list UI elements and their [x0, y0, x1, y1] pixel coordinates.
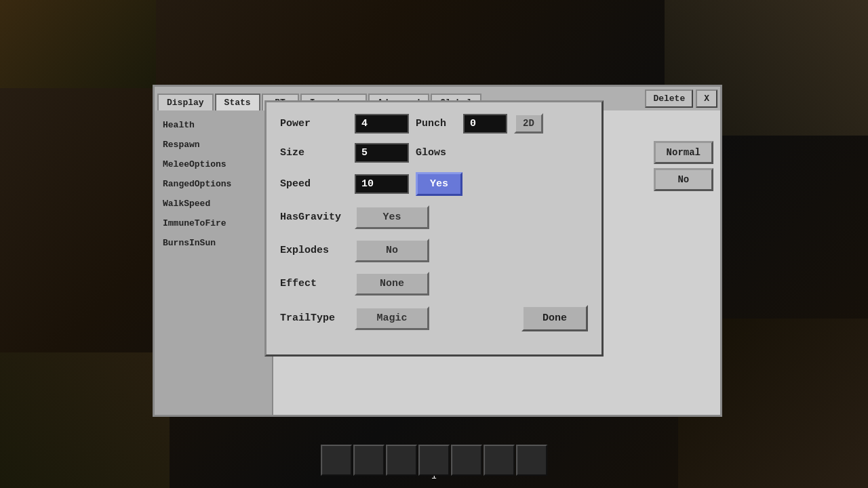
hotbar-slot-4[interactable]	[418, 445, 450, 476]
sidebar-item-respawn[interactable]: Respawn	[157, 136, 269, 154]
speed-input[interactable]	[355, 174, 409, 194]
explodes-row: Explodes No	[280, 239, 588, 262]
bg-detail-tl	[0, 0, 156, 88]
tab-display[interactable]: Display	[157, 94, 214, 110]
hotbar-slot-7[interactable]	[516, 445, 547, 476]
trailtype-label: TrailType	[280, 312, 348, 324]
hasgravity-row: HasGravity Yes	[280, 205, 588, 229]
size-input[interactable]	[355, 143, 409, 163]
sidebar-item-melee[interactable]: MeleeOptions	[157, 155, 269, 174]
bg-detail-bl	[0, 352, 170, 488]
punch-input[interactable]	[463, 114, 507, 134]
hasgravity-label: HasGravity	[280, 211, 348, 223]
hotbar-slot-1[interactable]	[321, 445, 352, 476]
explodes-label: Explodes	[280, 245, 348, 256]
delete-button[interactable]: Delete	[645, 89, 693, 108]
power-row: Power Punch 2D	[280, 113, 588, 134]
speed-row: Speed Yes	[280, 172, 588, 196]
sidebar-item-walkspeed[interactable]: WalkSpeed	[157, 195, 269, 213]
normal-button[interactable]: Normal	[654, 141, 713, 164]
2d-button[interactable]: 2D	[514, 113, 543, 134]
effect-label: Effect	[280, 278, 348, 289]
glows-toggle[interactable]: Yes	[416, 172, 462, 196]
effect-button[interactable]: None	[355, 272, 429, 296]
size-label: Size	[280, 147, 348, 159]
size-row: Size Glows	[280, 143, 588, 163]
done-button[interactable]: Done	[521, 305, 588, 331]
tab-stats[interactable]: Stats	[215, 94, 260, 110]
hotbar-slot-3[interactable]	[386, 445, 417, 476]
hotbar-slot-2[interactable]	[353, 445, 384, 476]
sidebar-item-ranged[interactable]: RangedOptions	[157, 175, 269, 193]
top-right-buttons: Delete X	[645, 89, 717, 108]
right-side-buttons: Normal No	[654, 141, 713, 191]
hotbar-slot-5[interactable]	[451, 445, 482, 476]
power-input[interactable]	[355, 114, 409, 134]
sidebar-item-health[interactable]: Health	[157, 116, 269, 134]
hotbar: 1	[431, 471, 437, 483]
speed-label: Speed	[280, 178, 348, 190]
sidebar-item-burnsinsun[interactable]: BurnsInSun	[157, 234, 269, 252]
sidebar-item-immunetofire[interactable]: ImmuneToFire	[157, 214, 269, 232]
trailtype-row: TrailType Magic Done	[280, 305, 588, 331]
explodes-button[interactable]: No	[355, 239, 429, 262]
close-button[interactable]: X	[696, 89, 717, 108]
no-right-button[interactable]: No	[654, 168, 713, 191]
hotbar-slots	[321, 445, 547, 476]
glows-label: Glows	[416, 147, 456, 159]
hotbar-slot-6[interactable]	[484, 445, 515, 476]
effect-row: Effect None	[280, 272, 588, 296]
trailtype-button[interactable]: Magic	[355, 306, 429, 330]
hasgravity-button[interactable]: Yes	[355, 205, 429, 229]
power-label: Power	[280, 118, 348, 129]
punch-label: Punch	[416, 118, 456, 129]
dialog: Power Punch 2D Size Glows Speed Yes HasG…	[264, 100, 604, 357]
sidebar: Health Respawn MeleeOptions RangedOption…	[155, 110, 273, 415]
